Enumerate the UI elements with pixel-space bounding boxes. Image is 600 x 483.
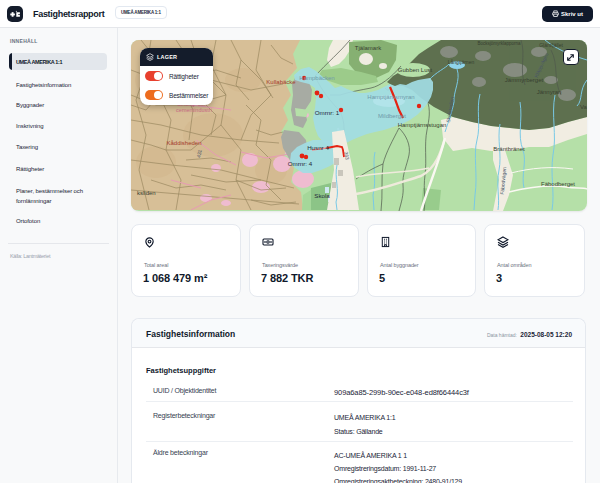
svg-text:Hamptjärnsmyran: Hamptjärnsmyran xyxy=(367,94,414,100)
svg-text:Bräntbränet: Bräntbränet xyxy=(493,146,525,152)
svg-text:Kåddisheden: Kåddisheden xyxy=(166,140,201,146)
svg-text:Jännyran: Jännyran xyxy=(537,89,562,95)
svg-text:ksliden: ksliden xyxy=(137,190,156,196)
svg-text:Hamptjärnsstugan: Hamptjärnsstugan xyxy=(398,122,447,128)
svg-text:Gubben Lust: Gubben Lust xyxy=(398,67,433,73)
svg-text:Fäbodberget: Fäbodberget xyxy=(541,181,575,187)
svg-text:Gläntfjället: Gläntfjället xyxy=(539,42,563,48)
svg-text:Omrnr: 4: Omrnr: 4 xyxy=(288,160,313,167)
svg-text:Omrnr: 1: Omrnr: 1 xyxy=(315,109,340,116)
svg-text:Kullabäcke: Kullabäcke xyxy=(266,79,296,85)
svg-text:Va: Va xyxy=(580,104,587,110)
svg-text:Husnr 4: Husnr 4 xyxy=(307,144,329,151)
svg-text:Bocksjömyrklapporna: Bocksjömyrklapporna xyxy=(477,41,521,46)
svg-text:Långtjärnen: Långtjärnen xyxy=(448,59,475,65)
svg-text:Hampbäcken: Hampbäcken xyxy=(299,75,334,81)
svg-text:Mildberget: Mildberget xyxy=(378,113,406,119)
svg-text:Skola: Skola xyxy=(314,192,330,199)
svg-text:cementindustri: cementindustri xyxy=(176,107,212,113)
svg-text:Tjälamark: Tjälamark xyxy=(355,45,382,51)
